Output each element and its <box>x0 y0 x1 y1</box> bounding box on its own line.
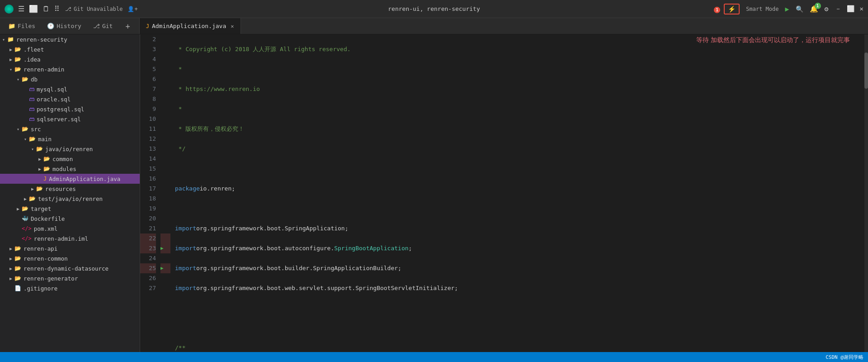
tree-item-test[interactable]: ▶ 📂 test/java/io/renren <box>0 194 140 204</box>
code-container: 2 3 4 5 6 7 8 9 10 11 12 13 14 15 16 17 … <box>140 34 868 352</box>
tree-item-pom[interactable]: </> pom.xml <box>0 224 140 233</box>
postgresql-file-icon: 🗃 <box>29 106 34 112</box>
project-title: renren-ui, renren-security <box>388 5 480 12</box>
tree-item-db[interactable]: ▾ 📂 db <box>0 74 140 84</box>
bottom-bar: CSDN @谢同学略 <box>0 352 868 362</box>
badge-count: 1 <box>714 7 720 13</box>
smart-mode-button[interactable]: ⚡ <box>724 4 740 14</box>
add-account-icon[interactable]: 👤+ <box>127 6 137 12</box>
tree-root[interactable]: ▾ 📁 renren-security <box>0 34 140 44</box>
tab-bar: 📁 Files 🕐 History ⎇ Git + J AdminApplica… <box>0 18 868 34</box>
maximize-button[interactable]: ⬜ <box>847 5 854 13</box>
renren-dynamic-folder-icon: 📂 <box>14 265 21 272</box>
run-gutter: ▶ ▶ <box>160 34 170 352</box>
code-editor[interactable]: * Copyright (c) 2018 人人开源 All rights res… <box>170 34 864 352</box>
editor-tab-close-button[interactable]: ✕ <box>231 23 234 29</box>
git-icon: ⎇ <box>65 6 71 12</box>
scrollbar-thumb[interactable] <box>864 52 868 89</box>
tree-item-mysql[interactable]: 🗃 mysql.sql <box>0 84 140 94</box>
root-folder-label: renren-security <box>16 36 67 43</box>
code-line-13: import org.springframework.boot.builder.… <box>175 263 864 273</box>
common-folder-icon: 📂 <box>43 156 50 162</box>
tab-git[interactable]: ⎇ Git <box>90 18 115 34</box>
run-line23-button[interactable]: ▶ <box>160 243 164 253</box>
tab-files-label: Files <box>18 23 35 29</box>
tree-item-dockerfile[interactable]: 🐳 Dockerfile <box>0 214 140 224</box>
tree-item-fleet[interactable]: ▶ 📂 .fleet <box>0 44 140 54</box>
tree-item-renren-api[interactable]: ▶ 📂 renren-api <box>0 243 140 253</box>
fleet-folder-icon: 📂 <box>14 46 21 52</box>
tree-item-renren-common[interactable]: ▶ 📂 renren-common <box>0 253 140 263</box>
tree-item-main[interactable]: ▾ 📂 main <box>0 134 140 144</box>
src-folder-icon: 📂 <box>22 126 28 132</box>
window-controls: － ⬜ ✕ <box>835 5 863 13</box>
sqlserver-file-icon: 🗃 <box>29 116 34 122</box>
tab-files[interactable]: 📁 Files <box>5 18 38 34</box>
tree-item-gitignore[interactable]: 📄 .gitignore <box>0 283 140 293</box>
minimize-button[interactable]: － <box>835 5 841 13</box>
code-line-12: import org.springframework.boot.autoconf… <box>175 243 864 253</box>
tab-history-label: History <box>57 23 81 29</box>
tree-item-renren-dynamic[interactable]: ▶ 📂 renren-dynamic-datasource <box>0 263 140 273</box>
tab-git-label: Git <box>102 23 113 29</box>
code-line-11: import org.springframework.boot.SpringAp… <box>175 224 864 233</box>
grid-icon[interactable]: ⠿ <box>54 5 60 13</box>
close-button[interactable]: ✕ <box>860 5 863 13</box>
renren-generator-folder-icon: 📂 <box>14 275 21 281</box>
renren-admin-folder-icon: 📂 <box>14 66 21 72</box>
tree-item-renren-generator[interactable]: ▶ 📂 renren-generator <box>0 273 140 283</box>
test-folder-icon: 📂 <box>29 195 36 202</box>
notifications-icon[interactable]: 🔔1 <box>810 5 818 13</box>
target-folder-icon: 📂 <box>22 205 28 212</box>
oracle-file-icon: 🗃 <box>29 96 34 102</box>
layout-icon[interactable]: 🗒 <box>42 5 50 13</box>
tab-section-left: 📁 Files 🕐 History ⎇ Git + <box>0 18 140 34</box>
main-content: ▾ 📁 renren-security ▶ 📂 .fleet ▶ 📂 .idea… <box>0 34 868 352</box>
tree-item-modules[interactable]: ▶ 📂 modules <box>0 164 140 174</box>
mysql-file-icon: 🗃 <box>29 86 34 92</box>
editor-tab-adminapplication[interactable]: J AdminApplication.java ✕ <box>140 18 241 34</box>
tree-item-idea[interactable]: ▶ 📂 .idea <box>0 54 140 64</box>
tab-history[interactable]: 🕐 History <box>44 18 84 34</box>
run-line25-button[interactable]: ▶ <box>160 263 164 273</box>
git-tab-icon: ⎇ <box>93 23 100 29</box>
code-line-17: /** <box>175 343 864 352</box>
tree-item-resources[interactable]: ▶ 📂 resources <box>0 184 140 194</box>
iml-file-icon: </> <box>22 235 32 242</box>
add-tab-button[interactable]: + <box>122 22 133 31</box>
file-tree-sidebar: ▾ 📁 renren-security ▶ 📂 .fleet ▶ 📂 .idea… <box>0 34 140 352</box>
gitignore-file-icon: 📄 <box>14 285 21 291</box>
code-line-8 <box>175 164 864 174</box>
db-folder-icon: 📂 <box>22 76 28 82</box>
dockerfile-icon: 🐳 <box>22 215 28 222</box>
idea-folder-icon: 📂 <box>14 56 21 62</box>
tree-item-src[interactable]: ▾ 📂 src <box>0 124 140 134</box>
tree-item-common[interactable]: ▶ 📂 common <box>0 154 140 164</box>
search-icon[interactable]: 🔍 <box>796 5 803 13</box>
history-icon: 🕐 <box>47 23 54 29</box>
tree-item-java-io-renren[interactable]: ▾ 📂 java/io/renren <box>0 144 140 154</box>
tree-item-target[interactable]: ▶ 📂 target <box>0 204 140 214</box>
settings-icon[interactable]: ⚙ <box>825 5 829 13</box>
title-bar-right: 1 ⚡ Smart Mode ▶ 🔍 🔔1 ⚙ － ⬜ ✕ <box>717 4 863 14</box>
tree-item-oracle[interactable]: 🗃 oracle.sql <box>0 94 140 104</box>
tree-item-postgresql[interactable]: 🗃 postgresql.sql <box>0 104 140 114</box>
code-line-6: * 版权所有，侵权必究！ <box>175 124 864 134</box>
hamburger-menu-icon[interactable]: ☰ <box>18 5 24 13</box>
line-numbers: 2 3 4 5 6 7 8 9 10 11 12 13 14 15 16 17 … <box>140 34 160 352</box>
files-icon: 📁 <box>8 23 15 29</box>
run-icon[interactable]: ▶ <box>785 5 789 13</box>
editor-scrollbar[interactable] <box>864 34 868 352</box>
editor-area: 等待 加载然后下面会出现可以启动了，运行项目就完事 2 3 4 5 6 7 8 … <box>140 34 868 352</box>
tree-item-renren-admin[interactable]: ▾ 📂 renren-admin <box>0 64 140 74</box>
code-line-7: */ <box>175 144 864 154</box>
root-folder-icon: 📁 <box>7 36 14 43</box>
sidebar-toggle-icon[interactable]: ⬜ <box>29 5 38 13</box>
modules-folder-icon: 📂 <box>43 166 50 172</box>
code-line-5: * <box>175 104 864 114</box>
tree-item-iml[interactable]: </> renren-admin.iml <box>0 233 140 243</box>
tree-item-adminapplication[interactable]: J AdminApplication.java <box>0 174 140 184</box>
pom-file-icon: </> <box>22 225 32 232</box>
tree-item-sqlserver[interactable]: 🗃 sqlserver.sql <box>0 114 140 124</box>
code-line-9: package io.renren; <box>175 184 864 194</box>
